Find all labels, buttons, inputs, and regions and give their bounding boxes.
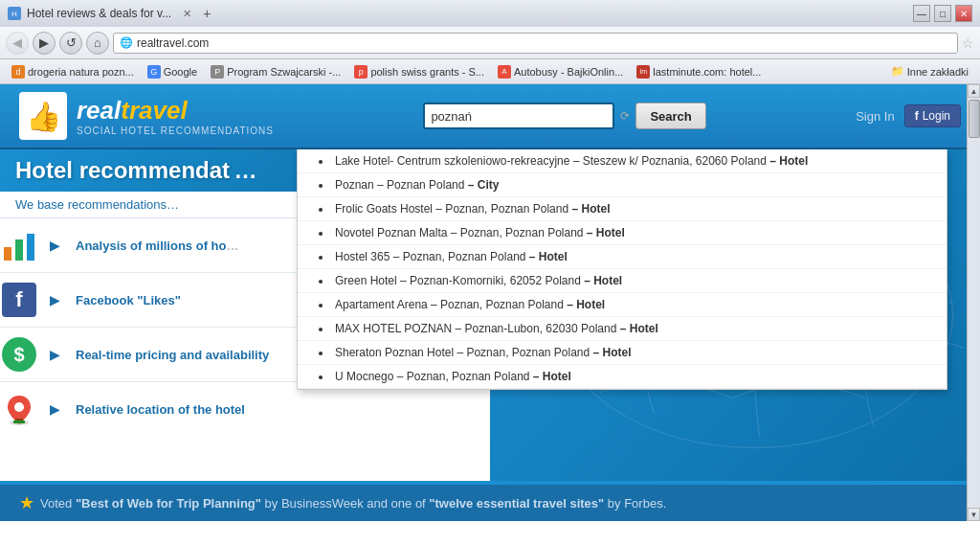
header-search-input[interactable] <box>423 102 614 129</box>
autocomplete-item[interactable]: Apartament Arena – Poznan, Poznan Poland… <box>298 293 947 317</box>
header-right: Sign In f Login <box>856 104 961 127</box>
bookmark-autobusy-label: Autobusy - BajkiOnlin... <box>514 66 623 78</box>
logo-text: realtravel <box>77 96 274 125</box>
feature-analysis-text: Analysis of millions of ho… <box>76 239 238 253</box>
autocomplete-dropdown: Lake Hotel- Centrum szkoleniowo-rekreacy… <box>297 149 947 390</box>
bookmark-swiss-label: Program Szwajcarski -... <box>227 66 341 78</box>
bookmark-lastminute-icon: lm <box>636 65 650 79</box>
back-button[interactable]: ◀ <box>6 32 29 55</box>
page-content: 👍 realtravel SOCIAL HOTEL RECOMMENDATION… <box>0 84 980 521</box>
logo-tagline: SOCIAL HOTEL RECOMMENDATIONS <box>77 125 274 136</box>
logo-real: real <box>77 96 121 125</box>
home-button[interactable]: ⌂ <box>86 32 109 55</box>
footer-text: Voted "Best of Web for Trip Planning" by… <box>40 496 666 511</box>
feature-arrow-icon: ▶ <box>50 401 60 417</box>
bookmark-swiss[interactable]: P Program Szwajcarski -... <box>205 63 346 80</box>
logo-thumb: 👍 <box>19 92 67 140</box>
svg-point-4 <box>14 402 24 412</box>
svg-rect-5 <box>15 419 23 421</box>
svg-rect-2 <box>27 234 34 261</box>
footer-bar: ★ Voted "Best of Web for Trip Planning" … <box>0 485 980 521</box>
scrollbar-down-button[interactable]: ▼ <box>968 508 980 521</box>
maximize-button[interactable]: □ <box>934 5 951 22</box>
address-bar[interactable]: 🌐 realtravel.com <box>113 33 958 54</box>
facebook-likes-icon: f <box>0 281 38 319</box>
bookmark-google-label: Google <box>164 66 197 78</box>
feature-pricing-text: Real-time pricing and availability <box>76 348 269 362</box>
facebook-login-button[interactable]: f Login <box>904 104 961 127</box>
close-button[interactable]: ✕ <box>955 5 972 22</box>
location-icon <box>0 390 38 428</box>
autocomplete-item[interactable]: Green Hotel – Poznan-Komorniki, 62052 Po… <box>298 269 947 293</box>
svg-rect-6 <box>13 421 25 423</box>
feature-arrow-icon: ▶ <box>50 238 60 253</box>
reload-button[interactable]: ↺ <box>59 32 82 55</box>
bookmark-star-button[interactable]: ☆ <box>962 35 974 51</box>
bookmark-folder-button[interactable]: 📁 Inne zakładki <box>885 63 974 80</box>
header-search: ⟳ Search <box>423 102 705 129</box>
bookmark-google[interactable]: G Google <box>142 63 203 80</box>
scrollbar-up-button[interactable]: ▲ <box>968 84 980 98</box>
pricing-icon: $ <box>0 335 38 374</box>
logo-text-area: realtravel SOCIAL HOTEL RECOMMENDATIONS <box>77 96 274 136</box>
bookmarks-bar: d drogeria natura pozn... G Google P Pro… <box>0 59 980 84</box>
tab-title: Hotel reviews & deals for v... <box>27 7 171 20</box>
bookmark-drogeria[interactable]: d drogeria natura pozn... <box>6 63 140 80</box>
bookmark-lastminute[interactable]: lm lastminute.com: hotel... <box>631 63 767 80</box>
autocomplete-item[interactable]: Novotel Poznan Malta – Poznan, Poznan Po… <box>298 221 947 245</box>
sign-in-link[interactable]: Sign In <box>856 109 894 124</box>
autocomplete-item[interactable]: Frolic Goats Hostel – Poznan, Poznan Pol… <box>298 197 947 221</box>
svg-rect-0 <box>4 247 11 261</box>
new-tab-button[interactable]: + <box>203 6 211 21</box>
forward-button[interactable]: ▶ <box>33 32 56 55</box>
title-bar: H Hotel reviews & deals for v... ✕ + — □… <box>0 0 980 27</box>
address-text: realtravel.com <box>137 36 951 50</box>
site-header: 👍 realtravel SOCIAL HOTEL RECOMMENDATION… <box>0 84 980 149</box>
bookmark-google-icon: G <box>147 65 161 79</box>
autocomplete-item[interactable]: Hostel 365 – Poznan, Poznan Poland – Hot… <box>298 245 947 269</box>
feature-location-text: Relative location of the hotel <box>76 402 245 417</box>
bookmark-polish-grants-icon: p <box>354 65 368 79</box>
feature-facebook-text: Facebook "Likes" <box>76 293 181 307</box>
facebook-icon: f <box>915 109 919 123</box>
autocomplete-item[interactable]: U Mocnego – Poznan, Poznan Poland – Hote… <box>298 365 947 389</box>
minimize-button[interactable]: — <box>913 5 930 22</box>
bookmark-drogeria-label: drogeria natura pozn... <box>28 66 134 78</box>
feature-arrow-icon: ▶ <box>50 292 60 307</box>
autocomplete-item[interactable]: Poznan – Poznan Poland – City <box>298 173 947 197</box>
tab-favicon: H <box>8 7 21 20</box>
bookmark-polish-grants[interactable]: p polish swiss grants - S... <box>348 63 490 80</box>
autocomplete-item[interactable]: Lake Hotel- Centrum szkoleniowo-rekreacy… <box>298 149 947 173</box>
bookmark-drogeria-icon: d <box>11 65 25 79</box>
address-icon: 🌐 <box>120 36 133 49</box>
autocomplete-item[interactable]: Sheraton Poznan Hotel – Poznan, Poznan P… <box>298 341 947 365</box>
header-search-button[interactable]: Search <box>635 102 705 129</box>
autocomplete-item[interactable]: MAX HOTEL POZNAN – Poznan-Lubon, 62030 P… <box>298 317 947 341</box>
feature-location: ▶ Relative location of the hotel <box>0 382 490 436</box>
logo-travel: travel <box>121 96 187 125</box>
scrollbar-thumb[interactable] <box>969 100 980 138</box>
bookmark-autobusy-icon: A <box>498 65 511 79</box>
bookmark-autobusy[interactable]: A Autobusy - BajkiOnlin... <box>492 63 629 80</box>
feature-arrow-icon: ▶ <box>50 347 60 362</box>
bookmark-lastminute-label: lastminute.com: hotel... <box>653 66 761 78</box>
scrollbar[interactable]: ▲ ▼ <box>967 84 980 521</box>
bookmark-folder-label: Inne zakładki <box>907 66 969 78</box>
folder-icon: 📁 <box>891 65 904 78</box>
nav-bar: ◀ ▶ ↺ ⌂ 🌐 realtravel.com ☆ <box>0 27 980 59</box>
logo-thumb-icon: 👍 <box>26 100 61 133</box>
bookmark-polish-grants-label: polish swiss grants - S... <box>370 66 484 78</box>
facebook-login-label: Login <box>923 109 950 123</box>
tab-close-icon[interactable]: ✕ <box>183 8 191 20</box>
analysis-icon <box>0 226 38 264</box>
bookmark-swiss-icon: P <box>211 65 224 79</box>
footer-star-icon: ★ <box>19 492 34 513</box>
logo-area: 👍 realtravel SOCIAL HOTEL RECOMMENDATION… <box>19 92 274 140</box>
svg-rect-1 <box>15 239 23 261</box>
banner-title: Hotel recommendat <box>15 157 230 183</box>
search-spinner-icon: ⟳ <box>620 109 630 123</box>
window-controls: — □ ✕ <box>913 5 972 22</box>
